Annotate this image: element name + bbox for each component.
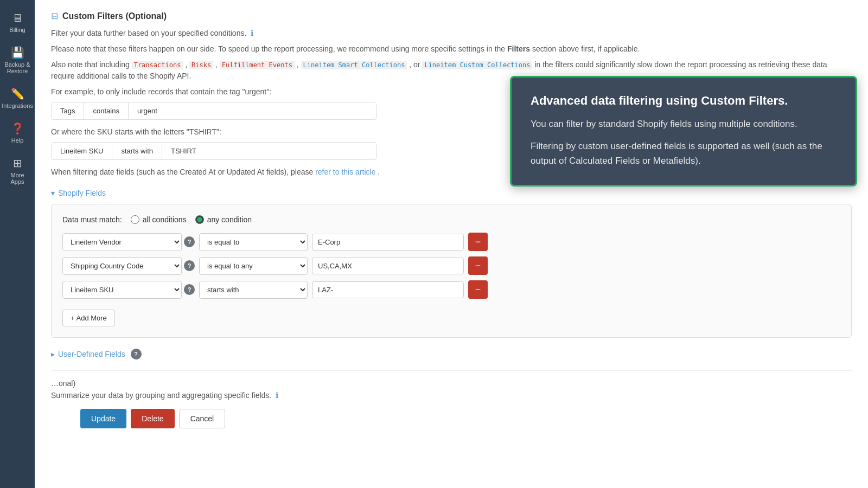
sidebar-item-label: Backup &Restore xyxy=(4,61,30,74)
example1-operator: contains xyxy=(84,102,128,119)
filter-row-3: Lineitem Vendor Shipping Country Code Li… xyxy=(62,280,840,299)
sidebar-item-label: Integrations xyxy=(2,102,33,109)
example2-operator: starts with xyxy=(112,143,162,159)
operator-select-2[interactable]: is equal to any is not equal to any cont… xyxy=(199,257,308,275)
example1-value: urgent xyxy=(129,102,166,119)
all-conditions-radio-label[interactable]: all conditions xyxy=(131,215,187,224)
field-select-wrap-2: Lineitem Vendor Shipping Country Code Li… xyxy=(62,257,195,275)
data-match-label: Data must match: xyxy=(62,215,122,224)
udf-help-icon[interactable]: ? xyxy=(131,349,142,359)
filters-bold: Filters xyxy=(507,44,530,53)
integrations-icon: ✏️ xyxy=(11,87,24,100)
sidebar: 🖥 Billing 💾 Backup &Restore ✏️ Integrati… xyxy=(0,0,35,488)
filter-box: Data must match: all conditions any cond… xyxy=(51,204,852,338)
billing-icon: 🖥 xyxy=(12,12,23,24)
date-link[interactable]: refer to this article xyxy=(315,168,375,176)
sidebar-item-billing[interactable]: 🖥 Billing xyxy=(0,5,35,40)
delete-button[interactable]: Delete xyxy=(131,409,174,428)
value-input-2[interactable] xyxy=(312,258,464,274)
sidebar-item-label: More Apps xyxy=(4,172,30,185)
code-tag-transactions: Transactions xyxy=(132,61,183,69)
data-match-row: Data must match: all conditions any cond… xyxy=(62,215,840,224)
field-select-3[interactable]: Lineitem Vendor Shipping Country Code Li… xyxy=(62,281,182,299)
remove-btn-1[interactable]: − xyxy=(468,233,488,251)
remove-btn-2[interactable]: − xyxy=(468,256,488,275)
field-select-1[interactable]: Lineitem Vendor Shipping Country Code Li… xyxy=(62,233,182,251)
field-help-icon-3[interactable]: ? xyxy=(184,284,195,295)
code-tag-fulfillment: Fulfillment Events xyxy=(220,61,295,69)
example-row-1: Tags contains urgent xyxy=(51,102,376,120)
section-title: Custom Filters (Optional) xyxy=(62,11,167,21)
grouping-section: …onal) Summarize your data by grouping a… xyxy=(51,370,852,400)
update-button[interactable]: Update xyxy=(80,409,126,428)
code-tag-lineitem-smart: Lineitem Smart Collections xyxy=(301,61,407,69)
user-defined-fields-toggle[interactable]: ▸ User-Defined Fields ? xyxy=(51,349,852,359)
remove-btn-3[interactable]: − xyxy=(468,280,488,299)
add-more-button[interactable]: + Add More xyxy=(62,310,115,326)
sidebar-item-help[interactable]: ❓ Help xyxy=(0,115,35,150)
example-row-2: Lineitem SKU starts with TSHIRT xyxy=(51,142,376,160)
example1-field: Tags xyxy=(52,102,84,119)
code-tag-lineitem-custom: Lineitem Custom Collections xyxy=(422,61,532,69)
info-text-2: Please note that these filters happen on… xyxy=(51,43,852,55)
tooltip-line1: You can filter by standard Shopify field… xyxy=(531,117,837,131)
tooltip-line2: Filtering by custom user-defined fields … xyxy=(531,139,837,168)
sidebar-item-label: Help xyxy=(11,137,24,144)
sidebar-item-label: Billing xyxy=(9,27,25,33)
operator-select-3[interactable]: is equal to contains starts with ends wi… xyxy=(199,281,308,299)
example2-field: Lineitem SKU xyxy=(52,143,112,159)
main-content: ⊟ Custom Filters (Optional) Filter your … xyxy=(35,0,868,488)
filter-row-2: Lineitem Vendor Shipping Country Code Li… xyxy=(62,256,840,275)
more-apps-icon: ⊞ xyxy=(13,157,22,170)
field-help-icon-2[interactable]: ? xyxy=(184,260,195,271)
help-icon: ❓ xyxy=(11,122,24,135)
collapse-icon[interactable]: ⊟ xyxy=(51,11,58,21)
code-tag-risks: Risks xyxy=(189,61,213,69)
operator-select-1[interactable]: is equal to is not equal to contains sta… xyxy=(199,233,308,251)
grouping-info-icon: ℹ xyxy=(276,391,278,400)
sidebar-item-backup[interactable]: 💾 Backup &Restore xyxy=(0,40,35,81)
tooltip-overlay: Advanced data filtering using Custom Fil… xyxy=(510,76,857,187)
any-condition-radio[interactable] xyxy=(195,215,204,224)
chevron-down-icon: ▾ xyxy=(51,189,55,197)
any-condition-label: any condition xyxy=(207,215,252,224)
sidebar-item-more-apps[interactable]: ⊞ More Apps xyxy=(0,150,35,191)
udf-label: User-Defined Fields xyxy=(58,350,125,358)
shopify-fields-label: Shopify Fields xyxy=(58,189,106,197)
value-input-1[interactable] xyxy=(312,234,464,251)
cancel-button[interactable]: Cancel xyxy=(179,409,226,428)
field-select-wrap-1: Lineitem Vendor Shipping Country Code Li… xyxy=(62,233,195,251)
section-header: ⊟ Custom Filters (Optional) xyxy=(51,11,852,21)
backup-icon: 💾 xyxy=(11,46,24,59)
info-text-1: Filter your data further based on your s… xyxy=(51,28,852,39)
field-select-2[interactable]: Lineitem Vendor Shipping Country Code Li… xyxy=(62,257,182,275)
any-condition-radio-label[interactable]: any condition xyxy=(195,215,252,224)
filter-row-1: Lineitem Vendor Shipping Country Code Li… xyxy=(62,233,840,251)
sidebar-item-integrations[interactable]: ✏️ Integrations xyxy=(0,81,35,115)
chevron-right-icon: ▸ xyxy=(51,350,55,358)
all-conditions-label: all conditions xyxy=(143,215,187,224)
tooltip-title: Advanced data filtering using Custom Fil… xyxy=(531,94,837,108)
bottom-buttons: Update Delete Cancel xyxy=(80,409,225,428)
field-help-icon-1[interactable]: ? xyxy=(184,236,195,247)
info-icon: ℹ xyxy=(251,29,253,37)
shopify-fields-section: ▾ Shopify Fields Data must match: all co… xyxy=(51,189,852,338)
value-input-3[interactable] xyxy=(312,281,464,298)
field-select-wrap-3: Lineitem Vendor Shipping Country Code Li… xyxy=(62,281,195,299)
all-conditions-radio[interactable] xyxy=(131,215,139,224)
example2-value: TSHIRT xyxy=(162,143,205,159)
shopify-fields-toggle[interactable]: ▾ Shopify Fields xyxy=(51,189,852,197)
